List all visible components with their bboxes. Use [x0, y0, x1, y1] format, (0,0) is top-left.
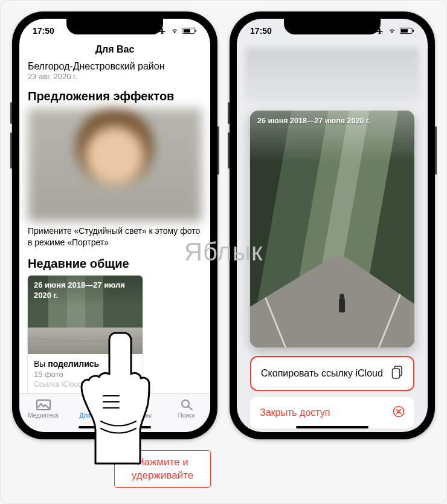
recent-range: 26 июня 2018—27 июля 2020 г. — [34, 280, 125, 300]
section-effects-title: Предложения эффектов — [28, 89, 202, 103]
recent-count: 15 фото — [34, 370, 137, 379]
tab-for-you[interactable]: Для Вас — [67, 398, 115, 419]
recent-link-hint: Ссылка iCloud доступна — [34, 380, 137, 389]
svg-rect-4 — [133, 401, 145, 409]
recent-shared-card[interactable]: 26 июня 2018—27 июля 2020 г. Вы поделили… — [28, 276, 143, 395]
close-icon — [393, 405, 405, 420]
recent-you-shared: Вы поделились — [34, 359, 137, 369]
preview-range: 26 июня 2018—27 июля 2020 г. — [257, 117, 370, 125]
battery-icon — [182, 27, 197, 34]
albums-icon — [131, 398, 147, 411]
effects-thumbnail[interactable] — [28, 108, 202, 222]
home-indicator[interactable] — [79, 426, 151, 428]
section-recent-title: Недавние общие — [28, 257, 202, 271]
tab-search-label: Поиск — [162, 412, 210, 419]
tab-for-you-label: Для Вас — [67, 412, 115, 419]
search-icon — [179, 398, 195, 411]
svg-rect-9 — [401, 29, 408, 33]
home-indicator[interactable] — [296, 426, 368, 428]
copy-icloud-link-label: Скопировать ссылку iCloud — [261, 367, 383, 380]
phone-right: 17:50 26 июня 2018—27 июля 2020 г. Скопи… — [230, 11, 435, 439]
status-time: 17:50 — [250, 26, 272, 36]
tab-library-label: Медиатека — [19, 412, 67, 419]
svg-rect-2 — [195, 30, 196, 32]
tab-albums-label: Альбомы — [115, 412, 162, 419]
battery-icon — [400, 27, 414, 34]
svg-rect-1 — [184, 29, 190, 33]
wifi-icon — [170, 27, 179, 34]
instruction-callout: Нажмите и удерживайте — [114, 450, 211, 488]
tab-albums[interactable]: Альбомы — [115, 398, 162, 419]
close-access[interactable]: Закрыть доступ — [250, 397, 414, 428]
svg-point-6 — [182, 400, 189, 407]
tab-search[interactable]: Поиск — [162, 398, 210, 419]
copy-icon — [391, 366, 404, 381]
nav-title: Для Вас — [19, 43, 210, 60]
svg-rect-10 — [413, 30, 414, 32]
library-icon — [36, 398, 51, 411]
svg-line-7 — [188, 407, 192, 410]
phone-left: 17:50 Для Вас Белгород-Днестровский райо… — [12, 11, 217, 439]
close-access-label: Закрыть доступ — [260, 407, 330, 418]
status-indicators — [375, 27, 414, 35]
status-time: 17:50 — [33, 26, 54, 36]
svg-rect-12 — [393, 369, 400, 378]
status-indicators — [158, 27, 197, 35]
svg-rect-5 — [135, 399, 143, 401]
context-preview[interactable]: 26 июня 2018—27 июля 2020 г. — [250, 111, 414, 347]
effects-caption: Примените «Студийный свет» к этому фото … — [28, 225, 202, 248]
copy-icloud-link[interactable]: Скопировать ссылку iCloud — [250, 356, 414, 391]
for-you-icon — [83, 398, 99, 411]
wifi-icon — [387, 27, 397, 34]
blurred-background — [245, 48, 419, 102]
memory-title[interactable]: Белгород-Днестровский район — [28, 61, 202, 72]
memory-date: 23 авг. 2020 г. — [28, 72, 202, 81]
tab-library[interactable]: Медиатека — [19, 398, 67, 419]
context-menu: Скопировать ссылку iCloud Закрыть доступ — [250, 356, 414, 428]
